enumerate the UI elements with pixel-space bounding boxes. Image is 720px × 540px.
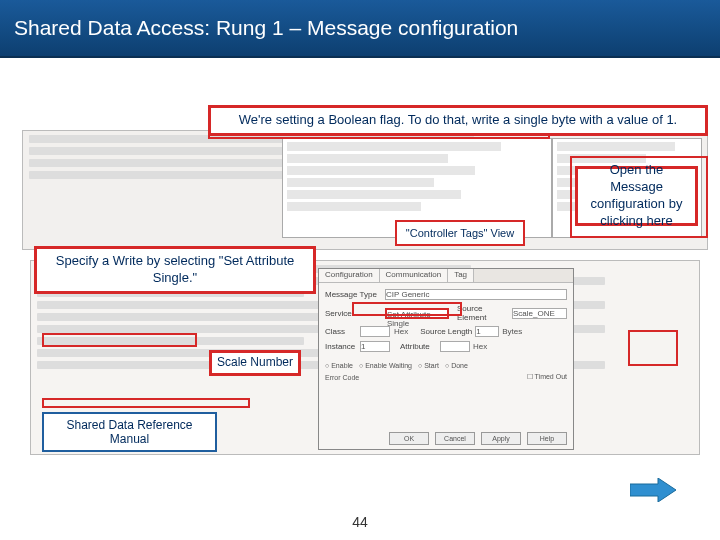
callout-text: We're setting a Boolean flag. To do that… — [239, 112, 677, 127]
tab-communication[interactable]: Communication — [380, 269, 449, 282]
label-msgtype: Message Type — [325, 290, 385, 299]
callout-text: "Controller Tags" View — [406, 227, 514, 239]
check-enable-waiting[interactable]: ○ Enable Waiting — [359, 362, 412, 369]
field-srclen[interactable]: 1 — [475, 326, 499, 337]
callout-text: Scale Number — [217, 355, 293, 369]
label-attribute: Attribute — [400, 342, 440, 351]
page-number-text: 44 — [352, 514, 368, 530]
tab-configuration[interactable]: Configuration — [319, 269, 380, 282]
label-class: Class — [325, 327, 360, 336]
check-timed-out[interactable]: ☐ Timed Out — [527, 373, 567, 381]
svg-marker-0 — [630, 478, 676, 502]
callout-reference-manual: Shared Data Reference Manual — [42, 412, 217, 452]
label-srcelem: Source Element — [457, 304, 512, 322]
unit-attribute: Hex — [473, 342, 487, 351]
callout-scale-number: Scale Number — [209, 350, 301, 376]
label-error-code: Error Code — [325, 374, 359, 381]
field-instance[interactable]: 1 — [360, 341, 390, 352]
callout-text: Specify a Write by selecting "Set Attrib… — [56, 253, 295, 285]
highlight-box — [42, 398, 250, 408]
field-msgtype[interactable]: CIP Generic — [385, 289, 567, 300]
slide-title: Shared Data Access: Rung 1 – Message con… — [0, 0, 720, 58]
page-number: 44 — [0, 514, 720, 530]
callout-text: Shared Data Reference Manual — [66, 418, 192, 446]
field-srcelem[interactable]: Scale_ONE — [512, 308, 567, 319]
highlight-box — [628, 330, 678, 366]
tab-tag[interactable]: Tag — [448, 269, 474, 282]
next-arrow-icon[interactable] — [630, 478, 676, 502]
dialog-tabs: Configuration Communication Tag — [319, 269, 573, 283]
slide-title-text: Shared Data Access: Rung 1 – Message con… — [14, 16, 518, 40]
highlight-box — [352, 302, 462, 316]
callout-controller-tags: "Controller Tags" View — [395, 220, 525, 246]
field-class[interactable] — [360, 326, 390, 337]
callout-boolean-flag: We're setting a Boolean flag. To do that… — [208, 105, 708, 136]
callout-open-message: Open the Message configuration by clicki… — [575, 166, 698, 226]
callout-text: Open the Message configuration by clicki… — [586, 162, 687, 230]
message-config-dialog: Configuration Communication Tag Message … — [318, 268, 574, 450]
ok-button[interactable]: OK — [389, 432, 429, 445]
cancel-button[interactable]: Cancel — [435, 432, 475, 445]
check-done[interactable]: ○ Done — [445, 362, 468, 369]
label-srclen: Source Length — [420, 327, 475, 336]
unit-srclen: Bytes — [502, 327, 522, 336]
callout-specify-write: Specify a Write by selecting "Set Attrib… — [34, 246, 316, 294]
help-button[interactable]: Help — [527, 432, 567, 445]
highlight-box — [42, 333, 197, 347]
label-instance: Instance — [325, 342, 360, 351]
check-start[interactable]: ○ Start — [418, 362, 439, 369]
unit-class: Hex — [394, 327, 408, 336]
check-enable[interactable]: ○ Enable — [325, 362, 353, 369]
field-attribute[interactable] — [440, 341, 470, 352]
apply-button[interactable]: Apply — [481, 432, 521, 445]
